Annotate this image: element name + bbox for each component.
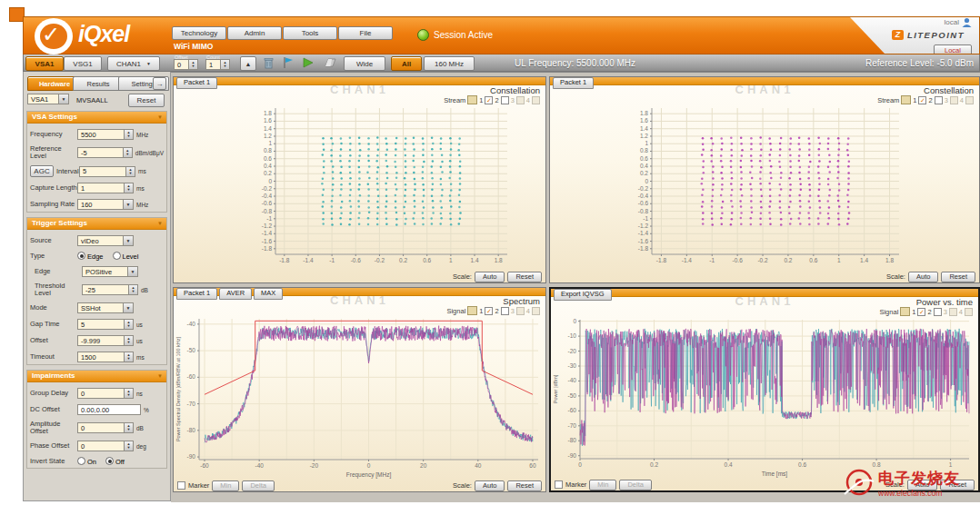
phase-offset-field[interactable]: 0▲▼	[77, 441, 134, 451]
settings-row: Phase Offset0▲▼deg	[27, 441, 166, 451]
source-field[interactable]: vIDeo▼	[77, 235, 134, 246]
sampling-rate-field[interactable]: 160▼	[77, 199, 134, 210]
stream-checkbox-3[interactable]	[516, 96, 525, 104]
menu-technology-button[interactable]: Technology	[172, 26, 226, 40]
scale-auto-button[interactable]: Auto	[908, 272, 938, 282]
section-header[interactable]: Impairments▼	[27, 371, 166, 382]
gap-time-field[interactable]: 5▲▼	[77, 319, 134, 330]
mode-field[interactable]: SSHot▼	[77, 302, 134, 313]
all-button[interactable]: All	[391, 56, 422, 71]
group-delay-field[interactable]: 0▲▼	[77, 388, 134, 399]
panel-tab-packet-1[interactable]: Packet 1	[553, 77, 594, 89]
svg-text:1.4: 1.4	[471, 257, 479, 263]
stream-checkbox-4[interactable]	[965, 96, 974, 104]
marker-delta-button[interactable]: Delta	[242, 480, 275, 491]
scale-auto-button[interactable]: Auto	[475, 480, 505, 491]
scale-auto-button[interactable]: Auto	[475, 272, 505, 282]
marker-checkbox[interactable]	[177, 481, 185, 490]
scale-reset-button[interactable]: Reset	[941, 272, 975, 282]
section-header[interactable]: VSA Settings▼	[27, 112, 166, 124]
legend-icon[interactable]	[467, 306, 477, 315]
svg-text:-1.6: -1.6	[262, 238, 273, 244]
stream-checkbox-2[interactable]	[501, 307, 509, 315]
legend-icon[interactable]	[467, 95, 477, 104]
marker-min-button[interactable]: Min	[589, 480, 616, 490]
stream-checkbox-3[interactable]	[949, 308, 957, 316]
panel-tab-packet-1[interactable]: Packet 1	[176, 77, 217, 89]
marker-delta-button[interactable]: Delta	[619, 480, 652, 490]
offset-field[interactable]: -9.999▲▼	[77, 335, 134, 346]
reference-level-field[interactable]: -5▲▼	[77, 147, 133, 158]
stream-checkbox-1[interactable]: ✓	[918, 96, 926, 104]
reference-level-readout: Reference Level: -5.0 dBm	[865, 58, 974, 68]
wide-button[interactable]: Wide	[344, 56, 385, 71]
stream-checkbox-4[interactable]	[532, 96, 540, 104]
reset-button[interactable]: Reset	[128, 94, 165, 107]
legend-icon[interactable]	[900, 307, 910, 316]
legend-icon[interactable]	[901, 95, 911, 104]
stream-checkbox-2[interactable]	[934, 308, 942, 316]
flag-marker-icon[interactable]	[282, 56, 295, 69]
menu-admin-button[interactable]: Admin	[227, 26, 282, 40]
stream-checkbox-1[interactable]: ✓	[485, 96, 493, 104]
stream-checkbox-2[interactable]	[935, 96, 943, 104]
panel-tab-aver[interactable]: AVER	[219, 288, 252, 300]
frequency-field[interactable]: 5500▲▼	[77, 129, 134, 140]
stream-checkbox-1[interactable]: ✓	[485, 307, 493, 315]
threshold-level-field[interactable]: -25▲▼	[82, 284, 138, 295]
svg-text:-1.4: -1.4	[262, 230, 273, 236]
capture-length-field[interactable]: 1▲▼	[77, 183, 134, 193]
settings-row: EdgePOSitive▼	[27, 266, 166, 277]
settings-row: ModeSSHot▼	[27, 302, 166, 313]
edge-field[interactable]: POSitive▼	[82, 266, 138, 277]
amplitude-offset-field[interactable]: 0▲▼	[77, 422, 134, 433]
svg-text:Time [ms]: Time [ms]	[762, 470, 787, 478]
svg-text:-10: -10	[568, 332, 577, 339]
marker-min-button[interactable]: Min	[212, 480, 239, 491]
vsa1-button[interactable]: VSA1	[25, 56, 64, 71]
radio-on[interactable]: On	[77, 457, 96, 466]
stream-checkbox-1[interactable]: ✓	[917, 308, 925, 316]
stream-checkbox-3[interactable]	[950, 96, 958, 104]
stream-checkbox-4[interactable]	[965, 308, 973, 316]
svg-text:-1.2: -1.2	[262, 223, 273, 229]
offset-stepper[interactable]: 0▲▼	[174, 59, 198, 70]
trash-icon[interactable]	[262, 56, 275, 69]
radio-level[interactable]: Level	[113, 252, 139, 261]
stream-checkbox-3[interactable]	[516, 307, 525, 315]
panel-tab-max[interactable]: MAX	[254, 288, 283, 300]
svg-text:-1: -1	[266, 215, 272, 222]
scale-reset-button[interactable]: Reset	[507, 480, 542, 491]
iqxel-logo-text: iQxel	[78, 21, 129, 47]
interval-field[interactable]: 5▲▼	[79, 166, 135, 177]
stream-checkbox-2[interactable]	[501, 96, 509, 104]
panel-tab-export-iqvsg[interactable]: Export IQVSG	[554, 289, 612, 301]
power-chart: 0-10-20-30-40-50-60-70-80-9000.20.40.60.…	[551, 316, 978, 479]
sidebar-tab-results[interactable]: Results	[73, 76, 124, 91]
svg-text:1.2: 1.2	[640, 133, 648, 139]
timeout-field[interactable]: 1500▲▼	[77, 352, 134, 362]
svg-text:1.8: 1.8	[264, 110, 272, 116]
vsg1-button[interactable]: VSG1	[64, 56, 102, 71]
panel-tab-packet-1[interactable]: Packet 1	[176, 288, 217, 300]
menu-tools-button[interactable]: Tools	[283, 26, 337, 40]
bandwidth-button[interactable]: 160 MHz	[424, 56, 475, 71]
svg-text:0: 0	[268, 178, 272, 184]
device-select[interactable]: VSA1▼	[27, 94, 69, 104]
section-header[interactable]: Trigger Settings▼	[27, 218, 166, 230]
count-stepper[interactable]: 1▲▼	[205, 59, 230, 70]
menu-file-button[interactable]: File	[338, 26, 393, 40]
eraser-icon[interactable]	[324, 56, 336, 69]
settings-row: Timeout1500▲▼ms	[27, 352, 166, 362]
stream-checkbox-4[interactable]	[532, 307, 540, 315]
scale-reset-button[interactable]: Reset	[507, 272, 542, 282]
capture-upload-button[interactable]: ▲	[240, 56, 256, 71]
sidebar-collapse-button[interactable]: →	[153, 77, 166, 90]
play-icon[interactable]	[302, 56, 315, 69]
channel-select[interactable]: CHAN1▼	[107, 56, 160, 71]
marker-checkbox[interactable]	[555, 480, 563, 489]
agc-button[interactable]: AGC	[30, 165, 54, 177]
dc-offset-field[interactable]: 0.00,0.00	[77, 404, 141, 415]
radio-off[interactable]: Off	[105, 457, 125, 466]
radio-edge[interactable]: Edge	[77, 252, 104, 261]
